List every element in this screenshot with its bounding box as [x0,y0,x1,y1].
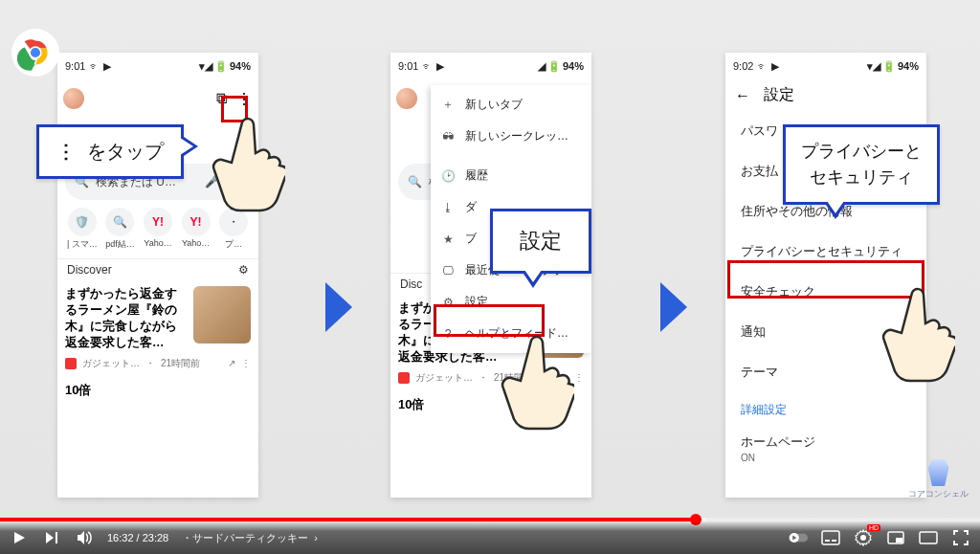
menu-incognito[interactable]: 🕶新しいシークレッ… [431,121,591,152]
source-icon [398,372,410,384]
callout-settings: 設定 [490,209,591,274]
chapter-title[interactable]: ・サードパーティクッキー › [182,531,318,545]
svg-rect-5 [822,531,839,544]
star-icon: ★ [440,233,456,246]
gear-icon: ⚙ [440,296,456,309]
more-icon[interactable]: ⋮ [241,358,251,368]
article-title: まずかったら返金するラーメン屋『鈴の木』に完食しながら返金要求した客… [65,286,188,351]
callout-tap-more: ⋮ をタップ [36,124,184,179]
shortcut-row: 🛡️| スマ… 🔍pdf結… Y!Yaho… Y!Yaho… ・プ… [65,208,251,251]
mic-icon[interactable]: 🎤 [203,173,220,190]
lens-icon[interactable]: ⦿ [226,173,243,190]
tabs-icon[interactable]: ⧉ [212,90,230,107]
more-icon[interactable]: ⋮ [574,372,584,383]
settings-safety[interactable]: 安全チェック [725,272,926,312]
chrome-toolbar: ⧉ ⋮ [63,81,253,116]
battery-icon: 🔋 [882,60,896,73]
svg-rect-10 [896,538,902,543]
discover-label: Discover [67,263,112,277]
incognito-icon: 🕶 [440,130,456,144]
avatar[interactable] [63,88,84,109]
fullscreen-button[interactable] [951,528,970,547]
source-icon [65,358,77,369]
phone-screenshot-1: 9:01ᯤ▶ ▾◢🔋94% ⧉ ⋮ 🔍 検索または U… 🎤 ⦿ 🛡️| スマ…… [57,53,258,498]
discover-label: Disc [400,277,422,291]
menu-new-tab[interactable]: ＋新しいタブ [431,89,591,121]
status-bar: 9:01ᯤ▶ ▾◢🔋94% [57,53,258,79]
settings-header: ← 設定 [725,79,926,111]
arrow-right-icon [325,282,352,332]
help-icon: ? [440,327,456,341]
shortcut[interactable]: Y!Yaho… [179,208,213,251]
miniplayer-button[interactable] [886,528,905,547]
status-bar: 9:01ᯤ▶ ◢🔋94% [390,53,591,79]
settings-notifications[interactable]: 通知 [725,312,926,352]
battery-pct: 94% [230,60,251,72]
signal-icon: ▾◢ [867,60,880,73]
menu-help[interactable]: ?ヘルプとフィード… [431,318,591,349]
signal-icon: ▾◢ [199,60,212,73]
theater-button[interactable] [919,528,938,547]
plus-icon: ＋ [440,97,456,113]
arrow-right-icon [660,282,687,332]
article2-title: 10倍 [390,390,591,419]
hd-badge: HD [867,524,880,531]
time-display: 16:32 / 23:28 [107,532,168,543]
shortcut[interactable]: Y!Yaho… [141,208,175,251]
autoplay-toggle[interactable] [789,528,808,547]
settings-advanced-header: 詳細設定 [725,392,926,422]
avatar[interactable] [396,88,417,109]
next-button[interactable] [42,528,61,547]
settings-theme[interactable]: テーマ [725,352,926,392]
devices-icon: 🖵 [440,264,456,277]
settings-button[interactable]: HD [854,528,873,547]
download-icon: ⭳ [440,201,456,214]
status-bar: 9:02ᯤ▶ ▾◢🔋94% [725,53,926,79]
clock: 9:02 [733,60,753,72]
phone-screenshot-2: 9:01ᯤ▶ ◢🔋94% 🔍 検 Disc まずかったら返金するラーメン屋『鈴の… [390,53,591,498]
phone-screenshot-3: 9:02ᯤ▶ ▾◢🔋94% ← 設定 パスワ お支払 住所やその他の情報 プライ… [725,53,926,498]
article-card[interactable]: まずかったら返金するラーメン屋『鈴の木』に完食しながら返金要求した客… [57,280,258,357]
svg-rect-11 [920,532,937,543]
settings-homepage[interactable]: ホームページ ON [725,422,926,465]
settings-title: 設定 [764,85,794,105]
clock: 9:01 [398,60,418,72]
shortcut[interactable]: ・プ… [216,208,251,251]
article2-title: 10倍 [57,376,258,405]
callout-privacy: プライバシーと セキュリティ [783,124,940,205]
chrome-logo [11,29,59,77]
shortcut[interactable]: 🔍pdf結… [103,208,138,251]
gear-icon[interactable]: ⚙ [238,263,249,277]
share-icon[interactable]: ↗ [561,372,568,383]
wifi-icon: ᯤ [757,60,768,72]
wifi-icon: ᯤ [422,60,433,72]
watermark-icon [928,459,949,486]
article-meta: ガジェット… ・ 21時間前 ↗ ⋮ [57,357,258,376]
vertical-dots-icon: ⋮ [56,141,76,162]
youtube-icon: ▶ [103,60,111,73]
article-thumb [193,286,251,343]
battery-icon: 🔋 [214,60,228,73]
svg-point-8 [860,535,866,541]
watermark: コアコンシェル [908,459,969,500]
video-controls: 16:32 / 23:28 ・サードパーティクッキー › HD [0,521,980,554]
play-button[interactable] [10,528,29,547]
youtube-icon: ▶ [771,60,779,73]
settings-privacy[interactable]: プライバシーとセキュリティ [725,232,926,272]
back-icon[interactable]: ← [735,87,750,104]
search-icon: 🔍 [406,173,423,190]
menu-history[interactable]: 🕑履歴 [431,160,591,191]
more-menu-icon[interactable]: ⋮ [235,90,253,107]
history-icon: 🕑 [440,169,456,183]
article-meta: ガジェット… ・ 21時間前 ↗ ⋮ [390,371,591,390]
clock: 9:01 [65,60,85,72]
volume-button[interactable] [75,528,94,547]
svg-rect-6 [825,540,830,542]
battery-pct: 94% [563,60,584,72]
shortcut[interactable]: 🛡️| スマ… [65,208,100,251]
share-icon[interactable]: ↗ [228,358,235,368]
wifi-icon: ᯤ [89,60,100,72]
menu-settings[interactable]: ⚙設定 [431,286,591,318]
captions-button[interactable] [821,528,840,547]
signal-icon: ◢ [538,60,546,73]
